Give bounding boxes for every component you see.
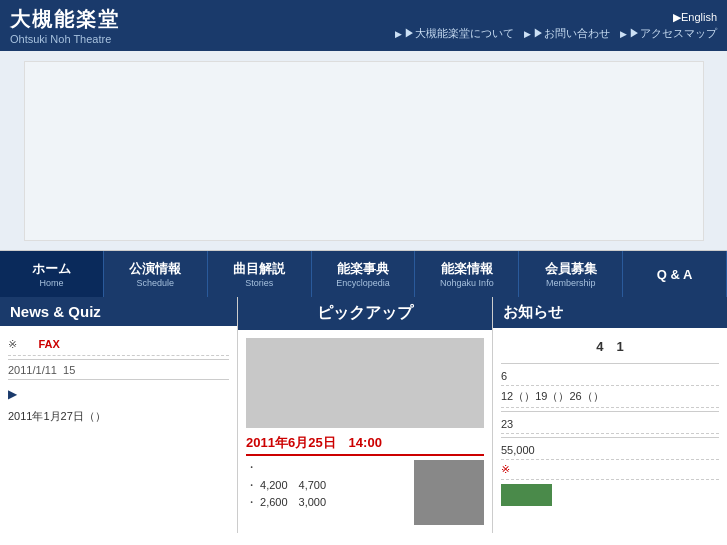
pickup-thumbnail xyxy=(414,460,484,525)
nav-nohgaku-jp: 能楽情報 xyxy=(441,260,493,278)
nav-membership[interactable]: 会員募集 Membership xyxy=(519,251,623,297)
oshirase-sep-2 xyxy=(501,411,719,412)
news-separator-2 xyxy=(8,379,229,380)
news-date: 2011/1/11 15 xyxy=(8,364,229,376)
site-header: 大槻能楽堂 Ohtsuki Noh Theatre ▶English ▶大槻能楽… xyxy=(0,0,727,51)
site-title-jp: 大槻能楽堂 xyxy=(10,6,120,33)
oshirase-content: 4 1 6 12（）19（）26（） 23 55,000 ※ xyxy=(493,328,727,512)
pickup-header: ピックアップ xyxy=(238,297,492,330)
news-item-fax: ※ FAX xyxy=(8,334,229,356)
main-navbar: ホーム Home 公演情報 Schedule 曲目解説 Stories 能楽事典… xyxy=(0,251,727,297)
nav-schedule-jp: 公演情報 xyxy=(129,260,181,278)
nav-nohgaku-en: Nohgaku Info xyxy=(440,278,494,288)
oshirase-item-1: 6 xyxy=(501,367,719,386)
nav-membership-jp: 会員募集 xyxy=(545,260,597,278)
oshirase-item-4: 55,000 xyxy=(501,441,719,460)
news-text: 2011年1月27日（） xyxy=(8,409,229,424)
nav-qa-jp: Q & A xyxy=(657,267,693,282)
oshirase-sep-3 xyxy=(501,437,719,438)
nav-stories[interactable]: 曲目解説 Stories xyxy=(208,251,312,297)
pickup-image xyxy=(246,338,484,428)
nav-encyclopedia[interactable]: 能楽事典 Encyclopedia xyxy=(312,251,416,297)
main-content: News & Quiz ※ FAX 2011/1/11 15 ▶ 2011年1月… xyxy=(0,297,727,533)
header-nav: ▶English ▶大槻能楽堂について ▶お問い合わせ ▶アクセスマップ xyxy=(395,11,717,41)
oshirase-item-5: ※ xyxy=(501,460,719,480)
nav-stories-en: Stories xyxy=(245,278,273,288)
english-link[interactable]: ▶English xyxy=(673,11,717,24)
nav-encyclopedia-jp: 能楽事典 xyxy=(337,260,389,278)
nav-nohgaku[interactable]: 能楽情報 Nohgaku Info xyxy=(415,251,519,297)
pickup-body: ・ 4,200 4,700 2,600 3,000 xyxy=(246,460,484,525)
oshirase-item-2: 12（）19（）26（） xyxy=(501,386,719,408)
header-nav-links: ▶大槻能楽堂について ▶お問い合わせ ▶アクセスマップ xyxy=(395,26,717,41)
nav-membership-en: Membership xyxy=(546,278,596,288)
pickup-content: 2011年6月25日 14:00 ・ 4,200 4,700 2,600 3,0… xyxy=(238,330,492,533)
nav-qa[interactable]: Q & A xyxy=(623,251,727,297)
site-title-en: Ohtsuki Noh Theatre xyxy=(10,33,120,45)
news-bullet: ※ xyxy=(8,338,17,350)
nav-schedule[interactable]: 公演情報 Schedule xyxy=(104,251,208,297)
access-link[interactable]: ▶アクセスマップ xyxy=(620,26,717,41)
oshirase-num: 4 1 xyxy=(501,334,719,360)
fax-label: FAX xyxy=(38,338,59,350)
oshirase-column: お知らせ 4 1 6 12（）19（）26（） 23 55,000 ※ xyxy=(493,297,727,533)
nav-stories-jp: 曲目解説 xyxy=(233,260,285,278)
news-quiz-column: News & Quiz ※ FAX 2011/1/11 15 ▶ 2011年1月… xyxy=(0,297,238,533)
oshirase-sep-1 xyxy=(501,363,719,364)
nav-encyclopedia-en: Encyclopedia xyxy=(336,278,390,288)
nav-home[interactable]: ホーム Home xyxy=(0,251,104,297)
nav-home-jp: ホーム xyxy=(32,260,71,278)
oshirase-item-3: 23 xyxy=(501,415,719,434)
header-logo: 大槻能楽堂 Ohtsuki Noh Theatre xyxy=(10,6,120,45)
pickup-column: ピックアップ 2011年6月25日 14:00 ・ 4,200 4,700 2,… xyxy=(238,297,493,533)
banner-image xyxy=(24,61,704,241)
news-separator-1 xyxy=(8,359,229,360)
oshirase-header: お知らせ xyxy=(493,297,727,328)
banner-area xyxy=(0,51,727,251)
news-arrow[interactable]: ▶ xyxy=(8,387,17,401)
pickup-date: 2011年6月25日 14:00 xyxy=(246,434,484,456)
nav-home-en: Home xyxy=(39,278,63,288)
news-content: ※ FAX 2011/1/11 15 ▶ 2011年1月27日（） xyxy=(0,326,237,432)
nav-schedule-en: Schedule xyxy=(137,278,175,288)
oshirase-button[interactable] xyxy=(501,484,552,506)
contact-link[interactable]: ▶お問い合わせ xyxy=(524,26,610,41)
news-quiz-header: News & Quiz xyxy=(0,297,237,326)
about-link[interactable]: ▶大槻能楽堂について xyxy=(395,26,514,41)
